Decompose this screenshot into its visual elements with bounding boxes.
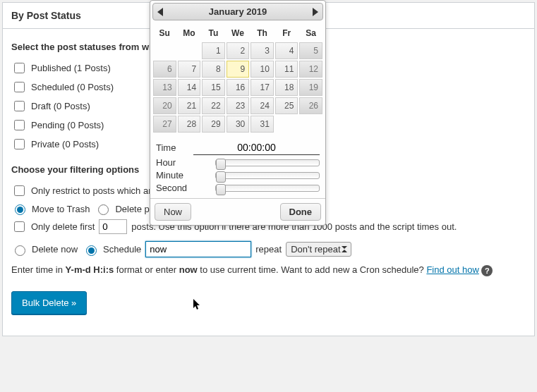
hint-now: now [179,264,198,275]
calendar-day[interactable]: 12 [299,61,322,78]
calendar-day[interactable]: 13 [153,79,176,96]
status-label: Draft (0 Posts) [31,101,90,111]
calendar-day[interactable]: 19 [299,79,322,96]
calendar-day[interactable]: 16 [227,79,250,96]
status-checkbox[interactable] [14,139,25,149]
calendar-day[interactable]: 27 [153,116,176,133]
status-checkbox[interactable] [14,101,25,111]
minute-label: Minute [156,170,212,180]
schedule-radio[interactable] [86,245,97,256]
calendar-day[interactable]: 3 [251,42,274,59]
calendar-day[interactable]: 22 [202,97,225,114]
find-out-how-link[interactable]: Find out how [426,264,478,275]
calendar-day[interactable]: 5 [299,42,322,59]
delete-now-label: Delete now [32,244,78,255]
status-label: Private (0 Posts) [31,139,99,149]
calendar-day[interactable]: 30 [227,116,250,133]
dow-header: Th [251,25,274,41]
dow-header: Sa [299,25,322,41]
schedule-hint: Enter time in Y-m-d H:i:s format or ente… [11,264,526,276]
schedule-label: Schedule [103,244,141,255]
when-row: Delete now Schedule repeat Don't repeat [11,241,526,257]
calendar-day[interactable]: 28 [178,116,201,133]
calendar-day[interactable]: 24 [251,97,274,114]
calendar-day[interactable]: 10 [251,61,274,78]
second-label: Second [156,183,212,193]
delete-perm-radio[interactable] [98,204,109,215]
schedule-time-input[interactable] [145,241,251,257]
calendar-day[interactable]: 31 [251,116,274,133]
status-checkbox[interactable] [14,63,25,73]
calendar-day[interactable]: 2 [227,42,250,59]
help-icon[interactable]: ? [481,265,493,276]
status-label: Published (1 Posts) [31,63,111,73]
only-delete-first-checkbox[interactable] [14,221,25,232]
calendar-day[interactable]: 9 [227,61,250,78]
datepicker-title: January 2019 [209,6,267,17]
next-month-icon[interactable] [313,8,318,16]
calendar-day[interactable]: 4 [275,42,298,59]
calendar-day[interactable]: 26 [299,97,322,114]
hour-label: Hour [156,157,212,168]
status-checkbox[interactable] [14,82,25,92]
dow-header: Mo [178,25,201,41]
calendar-day[interactable]: 11 [275,61,298,78]
dow-header: Fr [275,25,298,41]
calendar-day[interactable]: 6 [153,61,176,78]
calendar-day[interactable]: 15 [202,79,225,96]
status-label: Pending (0 Posts) [31,120,104,130]
minute-slider[interactable] [215,172,320,179]
calendar-day[interactable]: 14 [178,79,201,96]
time-label: Time [156,142,191,153]
datepicker-popup: January 2019 SuMoTuWeThFrSa1234567891011… [150,0,326,226]
move-trash-label: Move to Trash [32,204,90,214]
now-button[interactable]: Now [155,203,191,221]
calendar-day[interactable]: 7 [178,61,201,78]
calendar-day[interactable]: 17 [251,79,274,96]
calendar-day[interactable]: 1 [202,42,225,59]
bulk-delete-button[interactable]: Bulk Delete » [11,291,87,314]
repeat-select[interactable]: Don't repeat [286,242,351,257]
only-delete-first-input[interactable] [99,219,127,234]
hint-format: Y-m-d H:i:s [66,264,114,275]
calendar-day[interactable]: 8 [202,61,225,78]
only-delete-first-label: Only delete first [31,221,95,232]
calendar-day[interactable]: 23 [227,97,250,114]
prev-month-icon[interactable] [157,8,163,16]
dow-header: Tu [202,25,225,41]
calendar-day[interactable]: 21 [178,97,201,114]
time-section: Time Hour Minute Second [150,135,325,199]
datepicker-header: January 2019 [152,3,323,20]
datepicker-footer: Now Done [150,199,325,225]
calendar-day[interactable]: 25 [275,97,298,114]
calendar-day[interactable]: 18 [275,79,298,96]
status-checkbox[interactable] [14,120,25,130]
second-slider[interactable] [215,185,320,192]
calendar-grid: SuMoTuWeThFrSa12345678910111213141516171… [150,23,325,135]
restrict-age-checkbox[interactable] [14,185,25,196]
done-button[interactable]: Done [280,203,322,221]
calendar-day[interactable]: 20 [153,97,176,114]
dow-header: We [227,25,250,41]
repeat-label: repeat [255,244,282,255]
status-label: Scheduled (0 Posts) [31,82,114,92]
calendar-day[interactable]: 29 [202,116,225,133]
move-trash-radio[interactable] [15,204,25,215]
hour-slider[interactable] [215,159,320,166]
time-input[interactable] [193,140,320,155]
dow-header: Su [153,25,176,41]
delete-now-radio[interactable] [15,245,25,256]
